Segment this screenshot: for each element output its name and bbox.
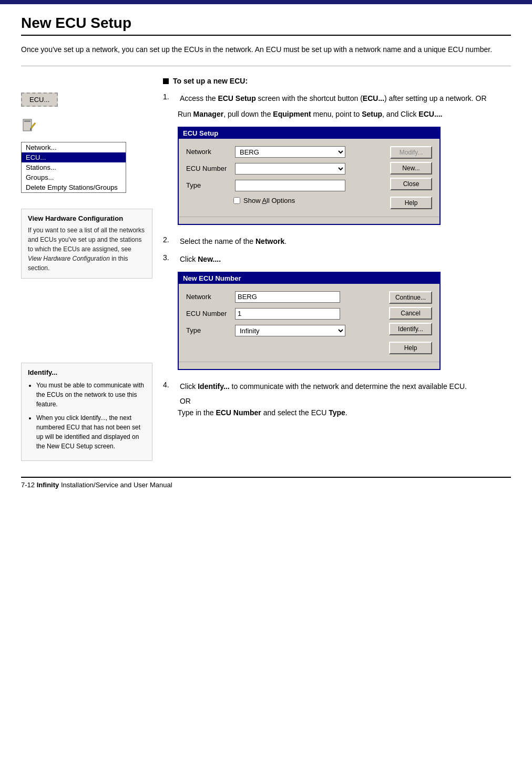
step-2-network: Network (255, 237, 284, 245)
instruction-header-text: To set up a new ECU: (173, 77, 248, 85)
footer-bold: Infinity (37, 481, 59, 489)
view-hardware-note-text: If you want to see a list of all the net… (28, 225, 146, 273)
ecu-field-network: Network BERG (186, 146, 385, 158)
new-ecu-type-dropdown[interactable]: Infinity (235, 325, 345, 336)
step-4-number: 4. (163, 381, 176, 392)
left-column: ECU... Network... ECU... Stations... Gro… (21, 77, 163, 461)
step-4-type: Type (329, 408, 345, 417)
new-ecu-network-input[interactable] (235, 291, 340, 303)
step-3: 3. Click New.... (163, 253, 511, 265)
page-title: New ECU Setup (21, 15, 511, 36)
step-4-ecu-number: ECU Number (216, 408, 261, 417)
step-1-ecu-dots: ECU.... (418, 110, 442, 118)
equipment-menu: Network... ECU... Stations... Groups... … (21, 142, 126, 193)
menu-item-delete[interactable]: Delete Empty Stations/Groups (22, 182, 126, 192)
ecu-field-number-label: ECU Number (186, 165, 231, 172)
ecu-setup-fields: Network BERG ECU Number (186, 146, 385, 209)
step-1-equipment: Equipment (273, 110, 311, 118)
identify-note-list: You must be able to communicate with the… (28, 381, 146, 451)
intro-text: Once you've set up a network, you can se… (21, 44, 511, 55)
ecu-network-dropdown[interactable]: BERG (235, 146, 345, 158)
new-ecu-help-button[interactable]: Help (389, 342, 432, 354)
ecu-setup-buttons: Modify... New... Close Help (390, 146, 432, 209)
step-1-number: 1. (163, 93, 176, 104)
footer-rest: Installation/Service and User Manual (59, 481, 172, 489)
ecu-button-area: ECU... (21, 93, 152, 112)
step-4-sub: Type in the ECU Number and select the EC… (178, 407, 511, 418)
new-ecu-fields: Network ECU Number Type (186, 291, 384, 354)
new-ecu-type-dropdown-wrapper: Infinity (235, 325, 345, 336)
new-ecu-continue-button[interactable]: Continue... (389, 291, 432, 304)
ecu-show-all-options-row: Show All Options (233, 197, 385, 204)
divider (21, 66, 511, 66)
ecu-new-button[interactable]: New... (390, 162, 432, 175)
step-3-new: New.... (198, 255, 221, 263)
ecu-network-dropdown-wrapper: BERG (235, 146, 345, 158)
top-bar (0, 0, 532, 4)
page-container: New ECU Setup Once you've set up a netwo… (0, 4, 532, 510)
menu-item-ecu[interactable]: ECU... (22, 152, 126, 162)
view-hardware-note: View Hardware Configuration If you want … (21, 209, 152, 279)
ecu-setup-footer (179, 217, 439, 224)
view-hardware-note-title: View Hardware Configuration (28, 214, 146, 222)
bullet-icon (163, 78, 169, 84)
step-4: 4. Click Identify... to communicate with… (163, 381, 511, 419)
right-column: To set up a new ECU: 1. Access the ECU S… (163, 77, 511, 461)
ecu-field-type-label: Type (186, 181, 231, 189)
step-1-sub: Run Manager, pull down the Equipment men… (178, 108, 511, 120)
identify-note: Identify... You must be able to communic… (21, 363, 152, 461)
new-ecu-network-label: Network (186, 293, 231, 301)
step-2-number: 2. (163, 235, 176, 247)
new-ecu-type-label: Type (186, 326, 231, 334)
new-ecu-field-type: Type Infinity (186, 325, 384, 336)
ecu-type-input[interactable] (235, 180, 345, 191)
step-4-or-text: OR (178, 395, 511, 407)
ecu-show-all-checkbox[interactable] (233, 197, 240, 204)
step-4-text: Click Identify... to communicate with th… (180, 381, 467, 392)
ecu-field-type: Type (186, 180, 385, 191)
menu-item-stations[interactable]: Stations... (22, 162, 126, 172)
identify-note-title: Identify... (28, 368, 146, 376)
step-1-setup: Setup (362, 110, 382, 118)
ecu-shortcut-button[interactable]: ECU... (21, 93, 58, 107)
ecu-help-button[interactable]: Help (390, 197, 432, 209)
step-2: 2. Select the name of the Network. (163, 235, 511, 247)
new-ecu-field-number: ECU Number (186, 308, 384, 320)
step-3-number: 3. (163, 253, 176, 265)
ecu-field-network-label: Network (186, 148, 231, 156)
new-ecu-buttons: Continue... Cancel Identify... Help (389, 291, 432, 354)
step-2-row: 2. Select the name of the Network. (163, 235, 511, 247)
footer-page-num: 7-12 (21, 481, 35, 489)
step-1-text: Access the ECU Setup screen with the sho… (180, 93, 487, 104)
step-1-manager: Manager (193, 110, 224, 118)
ecu-field-number: ECU Number (186, 163, 385, 175)
new-ecu-footer (179, 362, 439, 369)
step-4-identify: Identify... (198, 382, 229, 391)
ecu-setup-dialog-title: ECU Setup (179, 128, 439, 139)
ecu-close-button[interactable]: Close (390, 178, 432, 190)
new-ecu-identify-button[interactable]: Identify... (389, 323, 432, 335)
page-footer: 7-12 Infinity Installation/Service and U… (21, 477, 511, 489)
ecu-show-all-label: Show All Options (243, 197, 295, 204)
identify-note-item-1: You must be able to communicate with the… (36, 381, 146, 409)
new-ecu-cancel-button[interactable]: Cancel (389, 307, 432, 320)
step-1-bold-1: ECU Setup (218, 94, 255, 102)
ecu-setup-dialog-body: Network BERG ECU Number (179, 139, 439, 217)
new-ecu-dialog: New ECU Number Network ECU Number (178, 272, 441, 370)
new-ecu-number-input[interactable] (235, 308, 340, 320)
ecu-modify-button[interactable]: Modify... (390, 146, 432, 159)
step-1-row: 1. Access the ECU Setup screen with the … (163, 93, 511, 104)
menu-item-groups[interactable]: Groups... (22, 172, 126, 182)
step-3-text: Click New.... (180, 253, 221, 265)
ecu-number-dropdown-wrapper (235, 163, 345, 175)
new-ecu-field-network: Network (186, 291, 384, 303)
step-4-or: OR Type in the ECU Number and select the… (178, 395, 511, 419)
menu-item-network[interactable]: Network... (22, 142, 126, 152)
ecu-number-dropdown[interactable] (235, 163, 345, 175)
identify-note-item-2: When you click Identify..., the next num… (36, 413, 146, 451)
content-area: ECU... Network... ECU... Stations... Gro… (21, 77, 511, 461)
step-4-row: 4. Click Identify... to communicate with… (163, 381, 511, 392)
step-3-row: 3. Click New.... (163, 253, 511, 265)
view-hardware-italic: View Hardware Configuration (28, 255, 110, 262)
instruction-header: To set up a new ECU: (163, 77, 511, 85)
